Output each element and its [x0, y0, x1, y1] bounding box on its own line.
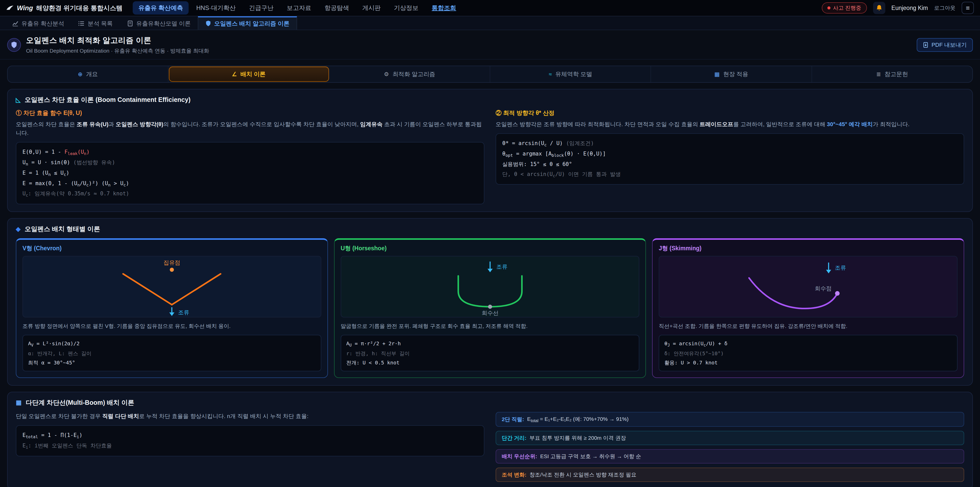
- nav-item-reports[interactable]: 보고자료: [281, 1, 317, 14]
- formula-line: r: 반경, h: 직선부 길이: [346, 349, 634, 358]
- formula-line: AU = π·r²/2 + 2r·h: [346, 339, 634, 349]
- efficiency-function-heading: ① 차단 효율 함수 E(θ, U): [16, 109, 484, 117]
- guideline-label: 단간 거리:: [502, 434, 527, 442]
- guideline-stage-spacing: 단간 거리: 부표 침투 방지를 위해 ≥ 200m 이격 권장: [496, 431, 964, 445]
- page-subtitle: Oil Boom Deployment Optimization · 유출유 확…: [26, 47, 209, 54]
- section-tab-references[interactable]: ≣ 참고문헌: [812, 66, 972, 82]
- boom-shapes-panel: ◆ 오일펜스 배치 형태별 이론 V형 (Chevron) 집유점 조류: [7, 218, 973, 386]
- nav-item-integrated-search[interactable]: 통합조회: [426, 1, 462, 14]
- guideline-label: 2단 직렬:: [502, 416, 524, 423]
- header-text: 오일펜스 배치 최적화 알고리즘 이론 Oil Boom Deployment …: [26, 35, 209, 54]
- guideline-text: Etotal = E₁+E₂-E₁E₂ (예: 70%+70% → 91%): [527, 415, 628, 423]
- top-right-area: 사고 진행중 Eunjeong Kim 로그아웃 ≡: [822, 2, 974, 14]
- current-arrow-icon: [169, 312, 174, 316]
- tab-label: 오일펜스 배치 알고리즘 이론: [214, 20, 290, 27]
- horseshoe-boom-card: U형 (Horseshoe) 조류 회수선 말굽형으로 기름을 완전 포위. 폐…: [334, 238, 646, 378]
- nav-item-oil-spill-prediction[interactable]: 유출유 확산예측: [133, 1, 189, 14]
- hamburger-menu-button[interactable]: ≡: [962, 2, 974, 14]
- formula-line: 활용: U > 0.7 knot: [664, 358, 952, 367]
- chevron-formula: AV = L²·sin(2α)/2 α: 반개각, L: 펜스 길이 최적 α …: [22, 335, 321, 371]
- horseshoe-description: 말굽형으로 기름을 완전 포위. 폐쇄형 구조로 회수 효율 최고, 저조류 해…: [334, 318, 646, 335]
- chevron-diagram: 집유점 조류: [22, 256, 321, 318]
- top-bar: Wing 해양환경 위기대응 통합시스템 유출유 확산예측 HNS·대기확산 긴…: [0, 0, 980, 16]
- formula-line: Uc: 임계유속(약 0.35m/s ≈ 0.7 knot): [22, 189, 478, 199]
- nav-item-board[interactable]: 게시판: [357, 1, 387, 14]
- guideline-deployment-priority: 배치 우선순위: ESI 고등급 구역 보호 → 취수원 → 어항 순: [496, 449, 964, 463]
- books-icon: ≣: [877, 71, 881, 78]
- nav-item-aerial-search[interactable]: 항공탐색: [319, 1, 355, 14]
- current-label: 조류: [835, 265, 846, 271]
- notification-bell-button[interactable]: [873, 2, 885, 14]
- formula-line: E = 1 (Un ≤ Uc): [22, 168, 478, 179]
- shield-icon: [205, 21, 211, 27]
- efficiency-function-column: ① 차단 효율 함수 E(θ, U) 오일펜스의 차단 효율은 조류 유속(U)…: [16, 109, 484, 204]
- current-arrow-icon: [487, 269, 493, 272]
- chart-icon: [12, 21, 18, 27]
- formula-line: 실용범위: 15° ≤ θ ≤ 60°: [502, 160, 958, 169]
- formula-line: θJ = arcsin(Uc/U) + δ: [664, 339, 952, 349]
- list-icon: [78, 21, 84, 27]
- wing-logo-icon: [6, 5, 14, 11]
- section-tab-label: 현장 적용: [723, 70, 748, 78]
- logout-button[interactable]: 로그아웃: [934, 4, 956, 11]
- collection-point-dot: [170, 268, 174, 272]
- globe-icon: ⊕: [78, 71, 83, 78]
- guideline-label: 배치 우선순위:: [502, 453, 537, 460]
- optimal-angle-formulas: θ* = arcsin(Uc / U) (임계조건) θopt = argmax…: [496, 133, 964, 185]
- triangle-ruler-icon: ◺: [16, 96, 21, 104]
- formula-line: Etotal = 1 - Π(1-Ei): [22, 430, 478, 441]
- section-tab-label: 최적화 알고리즘: [393, 70, 435, 78]
- guideline-text: 부표 침투 방지를 위해 ≥ 200m 이격 권장: [530, 434, 626, 442]
- pdf-export-button[interactable]: PDF 내보내기: [917, 38, 973, 52]
- panel-title: ◆ 오일펜스 배치 형태별 이론: [16, 225, 964, 233]
- system-title: 해양환경 위기대응 통합시스템: [36, 4, 123, 12]
- skimming-card-title: J형 (Skimming): [652, 240, 964, 256]
- pdf-download-icon: [923, 42, 928, 48]
- angle-icon: ∠: [232, 71, 237, 78]
- tab-analysis-list[interactable]: 분석 목록: [71, 16, 120, 30]
- guideline-two-stage-series: 2단 직렬: Etotal = E₁+E₂-E₁E₂ (예: 70%+70% →…: [496, 412, 964, 427]
- formula-line: θ* = arcsin(Uc / U) (임계조건): [502, 139, 958, 149]
- document-icon: [127, 21, 133, 27]
- tab-boom-algorithm-theory[interactable]: 오일펜스 배치 알고리즘 이론: [198, 16, 297, 30]
- chevron-card-title: V형 (Chevron): [16, 240, 328, 256]
- formula-line: Ei: i번째 오일펜스 단독 차단효율: [22, 441, 478, 451]
- formula-line: E = max(0, 1 - (Un/Uc)²) (Un > Uc): [22, 179, 478, 189]
- multiboom-intro: 단일 오일펜스로 차단 불가한 경우 직렬 다단 배치로 누적 차단 효율을 향…: [16, 412, 484, 421]
- page-shield-icon: [7, 38, 21, 52]
- section-tab-field-application[interactable]: ▦ 현장 적용: [651, 66, 812, 82]
- nav-item-hns-dispersion[interactable]: HNS·대기확산: [191, 1, 242, 14]
- panel-title-text: 오일펜스 차단 효율 이론 (Boom Containment Efficien…: [24, 96, 190, 104]
- recovery-point-dot: [835, 291, 840, 296]
- tab-label: 유출유 확산분석: [21, 20, 64, 27]
- recovery-line-dot: [488, 305, 492, 309]
- optimal-angle-body: 오일펜스 방향각은 조류 방향에 따라 최적화됩니다. 차단 면적과 오일 수집…: [496, 120, 964, 129]
- formula-line: θopt = argmax [Ablock(θ) · E(θ,U)]: [502, 149, 958, 160]
- tab-spill-analysis[interactable]: 유출유 확산분석: [5, 16, 71, 30]
- panel-title: ▦ 다단계 차단선(Multi-Boom) 배치 이론: [16, 398, 964, 407]
- incident-badge-label: 사고 진행중: [833, 4, 861, 11]
- section-tab-deployment-theory[interactable]: ∠ 배치 이론: [169, 66, 329, 82]
- tab-dispersion-model-theory[interactable]: 유출유확산모델 이론: [120, 16, 198, 30]
- skimming-diagram: 조류 회수점: [659, 256, 958, 318]
- layers-grid-icon: ▦: [16, 399, 22, 406]
- section-tab-overview[interactable]: ⊕ 개요: [8, 66, 169, 82]
- logo[interactable]: Wing 해양환경 위기대응 통합시스템: [6, 4, 123, 12]
- incident-dot-icon: [827, 6, 830, 10]
- wave-icon: ≈: [549, 71, 552, 78]
- current-label: 조류: [496, 263, 508, 270]
- formula-line: AV = L²·sin(2α)/2: [28, 339, 316, 349]
- nav-item-emergency-rescue[interactable]: 긴급구난: [243, 1, 279, 14]
- chevron-boom-card: V형 (Chevron) 집유점 조류 조류 방향 정면에서 양쪽으로 펼친 V…: [16, 238, 328, 378]
- section-tab-optimization-algorithm[interactable]: ⚙ 최적화 알고리즘: [329, 66, 490, 82]
- nav-item-weather[interactable]: 기상정보: [388, 1, 424, 14]
- horseshoe-diagram: 조류 회수선: [341, 256, 640, 318]
- section-tabs: ⊕ 개요 ∠ 배치 이론 ⚙ 최적화 알고리즘 ≈ 유체역학 모델 ▦ 현장 적…: [7, 65, 973, 83]
- section-tab-hydrodynamic-model[interactable]: ≈ 유체역학 모델: [490, 66, 651, 82]
- efficiency-function-formulas: E(θ,U) = 1 - Fleak(Un) Un = U · sin(θ) (…: [16, 142, 484, 204]
- diamond-icon: ◆: [16, 225, 21, 233]
- horseshoe-card-title: U형 (Horseshoe): [334, 240, 646, 256]
- logo-text: Wing: [17, 4, 33, 12]
- horseshoe-formula: AU = π·r²/2 + 2r·h r: 반경, h: 직선부 길이 전개: …: [341, 335, 640, 371]
- incident-status-badge[interactable]: 사고 진행중: [822, 2, 867, 14]
